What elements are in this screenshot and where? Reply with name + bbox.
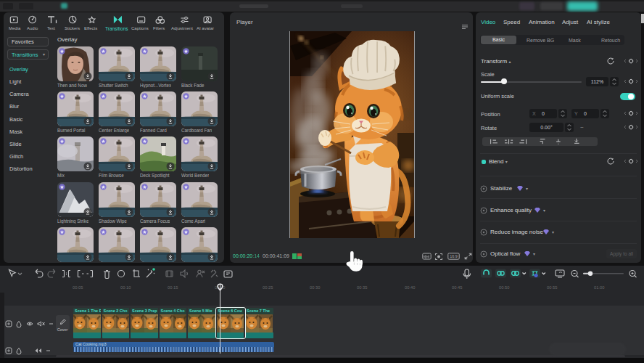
svg-text:16:9: 16:9 (450, 254, 458, 258)
